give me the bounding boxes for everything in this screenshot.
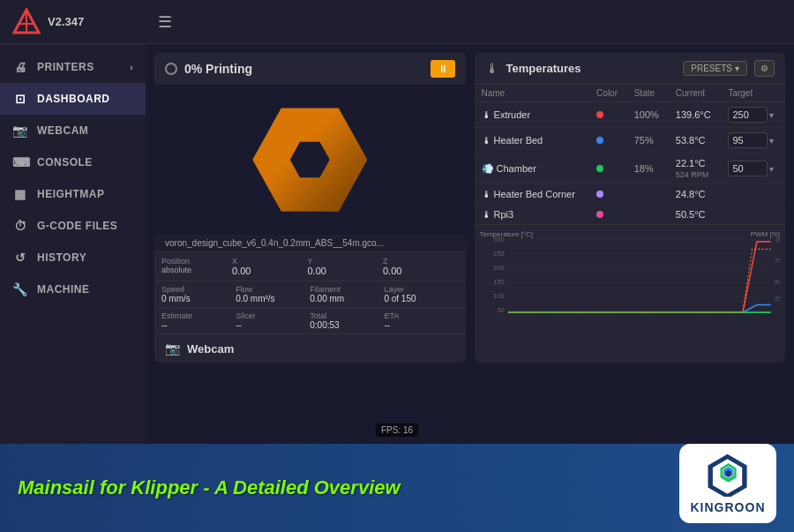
svg-text:100: 100: [493, 292, 504, 300]
temp-row-name-3: 🌡 Heater Bed Corner: [475, 184, 590, 205]
temp-row-current-0: 139.6°C: [669, 102, 722, 128]
y-label: Y: [308, 257, 384, 266]
print-status-card: 0% Printing ⏸ voron_design_cube_v6_0.4n_…: [154, 53, 466, 363]
position-label: Position: [161, 257, 232, 266]
target-input-1[interactable]: [728, 132, 768, 148]
temp-row-state-3: [627, 184, 669, 205]
app-version: V2.347: [48, 15, 84, 28]
svg-text:50: 50: [775, 278, 780, 286]
target-input-0[interactable]: [728, 107, 768, 123]
col-current: Current: [669, 85, 722, 102]
chart-y2-label: PWM [%]: [751, 230, 780, 238]
temp-row-target-0[interactable]: ▾: [721, 102, 785, 128]
temp-row-state-0: 100%: [627, 102, 669, 128]
layer-group: Layer 0 of 150: [384, 285, 458, 303]
temperatures-card: 🌡 Temperatures PRESETS ▾ ⚙ Name Color St…: [475, 53, 786, 363]
estimate-label: Estimate: [161, 311, 236, 320]
target-arrow-1[interactable]: ▾: [769, 136, 774, 146]
x-value: 0.00: [232, 266, 308, 276]
x-group: X 0.00: [232, 257, 308, 276]
sidebar-label-machine: MACHINE: [37, 283, 90, 296]
fps-label: FPS: 16: [381, 425, 413, 435]
temp-row-name-4: 🌡 Rpi3: [475, 205, 590, 225]
col-state: State: [627, 85, 669, 102]
temp-title-icon: 🌡: [485, 61, 499, 77]
temp-row-current-2: 22.1°C524 RPM: [669, 154, 722, 184]
sidebar-label-dashboard: DASHBOARD: [37, 93, 110, 105]
temp-row-icon-1: 🌡: [482, 135, 491, 146]
col-target: Target: [721, 85, 785, 102]
menu-icon[interactable]: ☰: [158, 12, 172, 32]
temp-row: 🌡 Heater Bed 75%53.8°C ▾: [475, 128, 786, 154]
estimate-group: Estimate --: [161, 311, 236, 330]
presets-button[interactable]: PRESETS ▾: [683, 61, 747, 76]
temp-title: Temperatures: [506, 62, 677, 75]
target-arrow-0[interactable]: ▾: [769, 110, 774, 120]
estimate-row: Estimate -- Slicer -- Total 0:00:53 ETA …: [154, 307, 466, 333]
presets-arrow-icon: ▾: [735, 64, 739, 73]
temp-row: 🌡 Rpi3 50.5°C: [475, 205, 786, 225]
color-dot-0: [596, 111, 603, 118]
webcam-section: 📷 Webcam: [154, 333, 466, 363]
temp-row-icon-4: 🌡: [482, 209, 491, 220]
sidebar-item-heightmap[interactable]: ▦ HEIGHTMAP: [0, 178, 146, 210]
slicer-value: --: [236, 320, 310, 330]
sidebar-item-machine[interactable]: 🔧 MACHINE: [0, 273, 146, 305]
sidebar-item-gcode-files[interactable]: ⏱ G-CODE FILES: [0, 210, 146, 242]
color-dot-2: [596, 165, 603, 172]
app-logo: V2.347: [0, 0, 146, 44]
gcode-icon: ⏱: [12, 219, 28, 233]
topbar: ☰: [146, 0, 794, 44]
estimate-value: --: [161, 320, 236, 330]
machine-icon: 🔧: [12, 282, 28, 296]
speed-label: Speed: [161, 285, 236, 294]
pause-button[interactable]: ⏸: [431, 60, 455, 78]
temp-row-color-1: [589, 128, 627, 154]
sidebar-item-console[interactable]: ⌨ CONSOLE: [0, 146, 146, 178]
temp-row: 💨 Chamber 18%22.1°C524 RPM ▾: [475, 154, 786, 184]
temp-row-color-0: [589, 102, 627, 128]
temp-row-color-4: [589, 205, 627, 225]
watermark-text: Mainsail for Klipper - A Detailed Overvi…: [0, 476, 401, 499]
color-dot-3: [596, 191, 603, 198]
svg-text:50: 50: [497, 306, 504, 314]
temp-row-icon-0: 🌡: [482, 109, 491, 120]
temp-row-target-1[interactable]: ▾: [721, 128, 785, 154]
total-label: Total: [310, 311, 384, 320]
sidebar-item-dashboard[interactable]: ⊡ DASHBOARD: [0, 83, 146, 115]
filament-value: 0.00 mm: [310, 294, 384, 303]
temp-chart: Temperature [°C] PWM [%] 300 250 200 150…: [475, 224, 786, 330]
svg-text:75: 75: [775, 257, 780, 265]
sidebar-label-history: HISTORY: [37, 251, 86, 264]
status-circle: [165, 63, 177, 75]
chart-y-label: Temperature [°C]: [480, 230, 534, 238]
slicer-label: Slicer: [236, 311, 310, 320]
temp-row-target-2[interactable]: ▾: [721, 154, 785, 184]
printers-arrow: ›: [130, 63, 133, 72]
watermark-bar: Mainsail for Klipper - A Detailed Overvi…: [0, 444, 794, 532]
sidebar-item-webcam[interactable]: 📷 WEBCAM: [0, 115, 146, 146]
target-input-2[interactable]: [728, 161, 768, 176]
print-status-header: 0% Printing ⏸: [154, 53, 466, 85]
layer-label: Layer: [384, 285, 458, 294]
temp-row: 🌡 Heater Bed Corner 24.8°C: [475, 184, 786, 205]
kingroon-hex-icon: [704, 453, 753, 497]
sidebar-item-printers[interactable]: 🖨 PRINTERS ›: [0, 51, 146, 83]
flow-group: Flow 0.0 mm²/s: [236, 285, 310, 303]
target-arrow-2[interactable]: ▾: [769, 164, 774, 174]
temp-row-name-2: 💨 Chamber: [475, 154, 590, 184]
flow-label: Flow: [236, 285, 310, 294]
temp-row-current-1: 53.8°C: [669, 128, 722, 154]
speed-row: Speed 0 mm/s Flow 0.0 mm²/s Filament 0.0…: [154, 281, 466, 307]
temp-row-state-4: [627, 205, 669, 225]
printers-icon: 🖨: [12, 60, 28, 74]
temp-row-target-4: [721, 205, 785, 225]
position-label-group: Position absolute: [161, 257, 232, 276]
print-percentage: 0% Printing: [184, 62, 423, 76]
total-value: 0:00:53: [310, 320, 384, 330]
svg-text:25: 25: [775, 295, 780, 303]
sidebar-label-printers: PRINTERS: [37, 61, 94, 73]
temp-settings-button[interactable]: ⚙: [754, 60, 775, 77]
sidebar-item-history[interactable]: ↺ HISTORY: [0, 242, 146, 273]
temp-row-name-0: 🌡 Extruder: [475, 102, 590, 128]
